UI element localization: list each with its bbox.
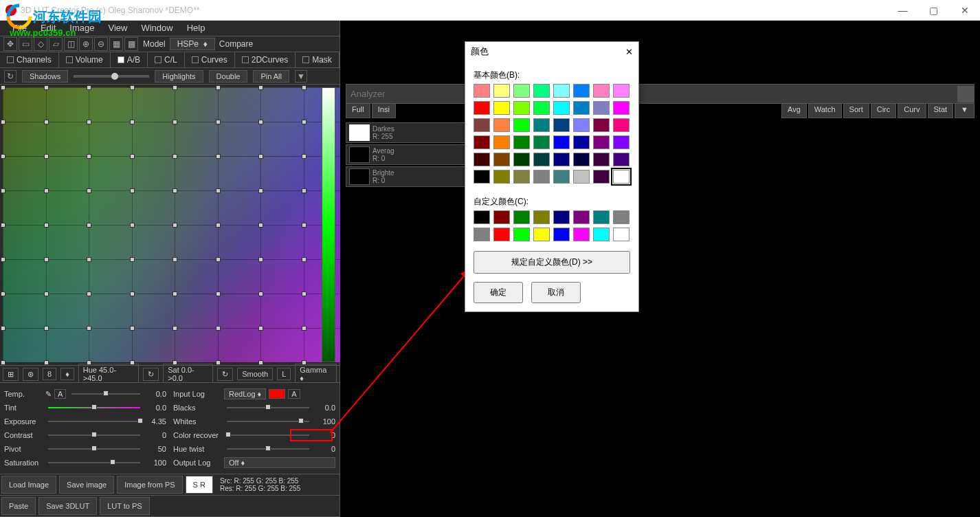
basic-color-swatch[interactable] (493, 170, 510, 184)
tab-2dcurves[interactable]: 2DCurves (235, 52, 296, 68)
load-image-button[interactable]: Load Image (1, 476, 56, 494)
tab-volume[interactable]: Volume (59, 52, 111, 68)
basic-color-swatch[interactable] (474, 153, 490, 166)
grid-node[interactable] (302, 257, 307, 262)
grid-node[interactable] (87, 85, 91, 90)
analyzer-input[interactable] (346, 85, 957, 103)
grid-node[interactable] (130, 292, 135, 296)
basic-color-swatch[interactable] (613, 153, 630, 166)
grid-node[interactable] (1, 120, 5, 124)
grid-node[interactable] (44, 188, 49, 193)
grid-node[interactable] (302, 292, 307, 296)
custom-color-swatch[interactable] (493, 210, 510, 224)
grid-node[interactable] (216, 292, 221, 296)
basic-color-swatch[interactable] (573, 135, 590, 149)
color-recover-slider[interactable] (227, 434, 309, 436)
grid-node[interactable] (258, 292, 263, 296)
basic-color-swatch[interactable] (474, 170, 490, 184)
grid-node[interactable] (130, 257, 135, 262)
grid-node[interactable] (258, 120, 263, 124)
analyzer-go-button[interactable] (957, 86, 974, 102)
swatch-tool-icon[interactable]: ▩ (124, 37, 138, 51)
inputlog-color-swatch[interactable] (269, 389, 285, 399)
basic-color-swatch[interactable] (493, 135, 510, 149)
basic-color-swatch[interactable] (573, 170, 590, 184)
color-dialog-cancel-button[interactable]: 取消 (531, 282, 581, 303)
menu-help[interactable]: Help (180, 23, 212, 33)
grid-node[interactable] (1, 292, 5, 296)
grid-node[interactable] (258, 326, 263, 331)
grid-node[interactable] (216, 223, 221, 228)
custom-color-swatch[interactable] (593, 228, 610, 241)
lut-to-ps-button[interactable]: LUT to PS (100, 497, 150, 515)
analyzer-tab-avg[interactable]: Avg (781, 103, 807, 118)
basic-color-swatch[interactable] (553, 101, 570, 115)
grid-node[interactable] (172, 326, 177, 331)
basic-color-swatch[interactable] (533, 170, 550, 184)
grid-node[interactable] (216, 360, 221, 365)
basic-color-swatch[interactable] (613, 84, 630, 98)
grid-node[interactable] (87, 326, 91, 331)
grid-node[interactable] (1, 154, 5, 159)
grid-node[interactable] (258, 154, 263, 159)
basic-color-swatch[interactable] (573, 84, 590, 98)
basic-color-swatch[interactable] (553, 170, 570, 184)
basic-color-swatch[interactable] (493, 153, 510, 166)
grid-node[interactable] (258, 223, 263, 228)
grid-node[interactable] (258, 257, 263, 262)
lasso-tool-icon[interactable]: ◇ (34, 37, 47, 51)
wheel-icon[interactable]: ⊛ (23, 368, 38, 381)
basic-color-swatch[interactable] (613, 118, 630, 132)
basic-color-swatch[interactable] (533, 118, 550, 132)
analyzer-tab-dropdown-icon[interactable]: ▼ (955, 103, 975, 118)
grid-node[interactable] (44, 360, 49, 365)
grid-node[interactable] (130, 154, 135, 159)
grid-node[interactable] (172, 223, 177, 228)
analyzer-tab-insi[interactable]: Insi (372, 103, 396, 118)
l-button[interactable]: L (277, 368, 291, 380)
grid-node[interactable] (1, 360, 5, 365)
basic-color-swatch[interactable] (593, 101, 610, 115)
grid-node[interactable] (1, 85, 5, 90)
shadows-button[interactable]: Shadows (22, 70, 68, 82)
menu-window[interactable]: Window (134, 23, 179, 33)
custom-color-swatch[interactable] (613, 210, 630, 224)
color-dialog-close-icon[interactable]: ✕ (625, 47, 633, 57)
custom-color-swatch[interactable] (573, 210, 590, 224)
grid-node[interactable] (302, 326, 307, 331)
basic-color-swatch[interactable] (513, 135, 530, 149)
grid-node[interactable] (172, 154, 177, 159)
grid-node[interactable] (302, 223, 307, 228)
analyzer-tab-curv[interactable]: Curv (898, 103, 926, 118)
grid-node[interactable] (1, 257, 5, 262)
inputlog-a[interactable]: A (288, 389, 300, 399)
basic-color-swatch[interactable] (513, 170, 530, 184)
grid-node[interactable] (172, 85, 177, 90)
pivot-slider[interactable] (48, 448, 140, 450)
pinall-button[interactable]: Pin All (253, 70, 289, 82)
paste-button[interactable]: Paste (1, 497, 36, 515)
sr-button[interactable]: S R (186, 476, 213, 494)
grid-node[interactable] (130, 360, 135, 365)
minimize-button[interactable]: — (887, 0, 918, 21)
hue-twist-slider[interactable] (227, 448, 309, 450)
crop-tool-icon[interactable]: ▱ (49, 37, 63, 51)
grid-node[interactable] (258, 188, 263, 193)
grid-node[interactable] (172, 292, 177, 296)
custom-color-swatch[interactable] (553, 210, 570, 224)
custom-color-swatch[interactable] (553, 228, 570, 241)
blacks-slider[interactable] (227, 407, 309, 408)
custom-color-swatch[interactable] (513, 228, 530, 241)
basic-color-swatch[interactable] (493, 101, 510, 115)
shadow-highlight-slider[interactable] (74, 75, 149, 78)
grid-node[interactable] (172, 120, 177, 124)
grid-node[interactable] (87, 188, 91, 193)
grid-node[interactable] (1, 188, 5, 193)
move-tool-icon[interactable]: ✥ (3, 37, 17, 51)
double-button[interactable]: Double (209, 70, 248, 82)
basic-color-swatch[interactable] (593, 170, 610, 184)
outputlog-select[interactable]: Off ♦ (224, 457, 335, 468)
basic-color-swatch[interactable] (513, 84, 530, 98)
grid-node[interactable] (87, 120, 91, 124)
basic-color-swatch[interactable] (553, 84, 570, 98)
